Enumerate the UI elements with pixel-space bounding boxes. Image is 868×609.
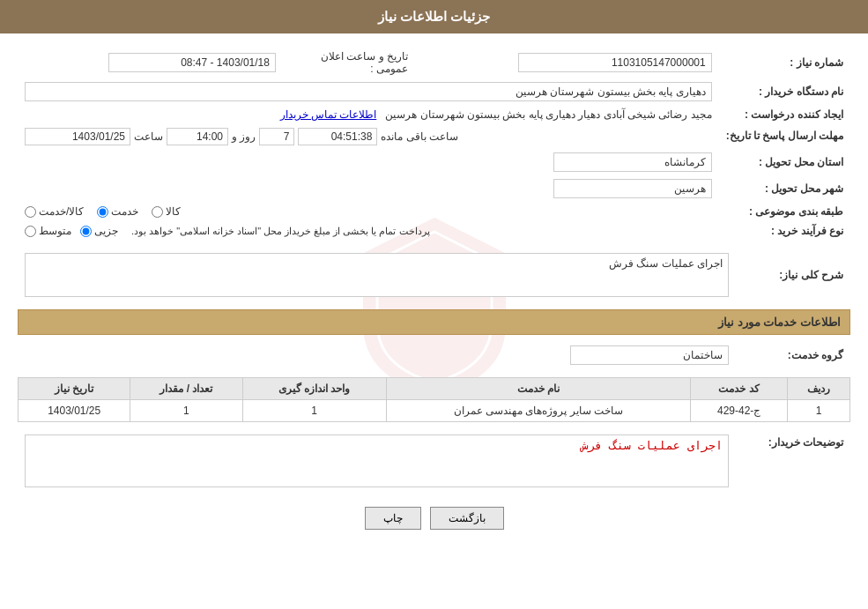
row-unit: 1 xyxy=(242,400,386,422)
purchase-type-option-jozi: جزیی xyxy=(80,225,118,237)
page-title: جزئیات اطلاعات نیاز xyxy=(378,9,490,24)
category-radio-group: کالا/خدمت خدمت کالا xyxy=(25,205,712,218)
category-label: طبقه بندی موضوعی : xyxy=(719,202,850,221)
category-radio-kala[interactable] xyxy=(152,206,163,218)
need-desc-label: شرح کلی نیاز: xyxy=(736,249,850,301)
col-header-row: ردیف xyxy=(787,378,849,400)
province-value: کرمانشاه xyxy=(553,152,712,172)
page-header: جزئیات اطلاعات نیاز xyxy=(0,0,868,33)
purchase-type-label: نوع فرآیند خرید : xyxy=(719,221,850,241)
services-section-header: اطلاعات خدمات مورد نیاز xyxy=(18,309,850,335)
col-header-code: کد خدمت xyxy=(691,378,788,400)
main-info-table: شماره نیاز : 1103105147000001 تاریخ و سا… xyxy=(18,47,850,241)
buyer-desc-textarea[interactable] xyxy=(25,434,729,487)
service-group-table: گروه خدمت: ساختمان xyxy=(18,342,850,368)
deadline-time-value: 14:00 xyxy=(167,128,228,145)
city-value: هرسین xyxy=(553,179,712,198)
buyer-desc-table: توضیحات خریدار: xyxy=(18,431,850,494)
category-radio-khadamat[interactable] xyxy=(97,206,108,218)
purchase-type-radio-jozi[interactable] xyxy=(80,226,92,237)
row-service-name: ساخت سایر پروژه‌های مهندسی عمران xyxy=(386,400,691,422)
table-row: 1 ج-42-429 ساخت سایر پروژه‌های مهندسی عم… xyxy=(19,400,850,422)
public-announce-value: 1403/01/18 - 08:47 xyxy=(108,53,276,72)
creator-value: مجید رضائی شیخی آبادی دهیار دهیاری پایه … xyxy=(385,108,711,121)
col-header-quantity: تعداد / مقدار xyxy=(130,378,242,400)
deadline-remaining-label: ساعت باقی مانده xyxy=(381,130,458,143)
org-name-value: دهیاری پایه بخش بیستون شهرستان هرسین xyxy=(25,82,712,101)
deadline-days-label: روز و xyxy=(232,130,256,143)
creator-label: ایجاد کننده درخواست : xyxy=(719,105,850,124)
service-group-label: گروه خدمت: xyxy=(736,342,850,368)
col-header-date: تاریخ نیاز xyxy=(19,378,130,400)
need-desc-value: اجرای عملیات سنگ فرش xyxy=(25,253,729,297)
button-row: بازگشت چاپ xyxy=(18,507,850,530)
contact-link[interactable]: اطلاعات تماس خریدار xyxy=(280,108,377,121)
category-option-kala: کالا xyxy=(152,205,181,218)
service-group-value: ساختمان xyxy=(570,345,729,365)
purchase-type-note: پرداخت تمام یا بخشی از مبلغ خریداز محل "… xyxy=(131,226,430,237)
city-label: شهر محل تحویل : xyxy=(719,175,850,202)
purchase-type-radio-motavasset[interactable] xyxy=(25,226,36,237)
category-radio-kala-khadamat[interactable] xyxy=(25,206,36,218)
deadline-days-value: 7 xyxy=(259,128,294,145)
category-option-khadamat: خدمت xyxy=(97,205,138,218)
print-button[interactable]: چاپ xyxy=(365,507,421,530)
need-desc-table: شرح کلی نیاز: اجرای عملیات سنگ فرش xyxy=(18,249,850,301)
org-name-label: نام دستگاه خریدار : xyxy=(719,78,850,105)
services-section-title: اطلاعات خدمات مورد نیاز xyxy=(718,316,841,329)
deadline-label: مهلت ارسال پاسخ تا تاریخ: xyxy=(719,124,850,149)
purchase-type-radio-group: متوسط جزیی xyxy=(25,225,118,237)
buyer-desc-label: توضیحات خریدار: xyxy=(736,431,850,494)
row-date: 1403/01/25 xyxy=(19,400,130,422)
row-quantity: 1 xyxy=(130,400,242,422)
province-label: استان محل تحویل : xyxy=(719,149,850,175)
deadline-remaining-value: 04:51:38 xyxy=(298,128,377,145)
services-data-table: ردیف کد خدمت نام خدمت واحد اندازه گیری ت… xyxy=(18,377,850,422)
need-number-value: 1103105147000001 xyxy=(518,53,712,72)
deadline-date: 1403/01/25 xyxy=(25,128,130,145)
category-option-kala-khadamat: کالا/خدمت xyxy=(25,205,84,218)
need-number-label: شماره نیاز : xyxy=(719,47,850,78)
deadline-time-label: ساعت xyxy=(134,130,163,143)
col-header-unit: واحد اندازه گیری xyxy=(242,378,386,400)
row-number: 1 xyxy=(787,400,849,422)
col-header-name: نام خدمت xyxy=(386,378,691,400)
row-code: ج-42-429 xyxy=(691,400,788,422)
purchase-type-option-motavasset: متوسط xyxy=(25,225,71,237)
back-button[interactable]: بازگشت xyxy=(430,507,504,530)
public-announce-label: تاریخ و ساعت اعلان عمومی : xyxy=(283,47,415,78)
